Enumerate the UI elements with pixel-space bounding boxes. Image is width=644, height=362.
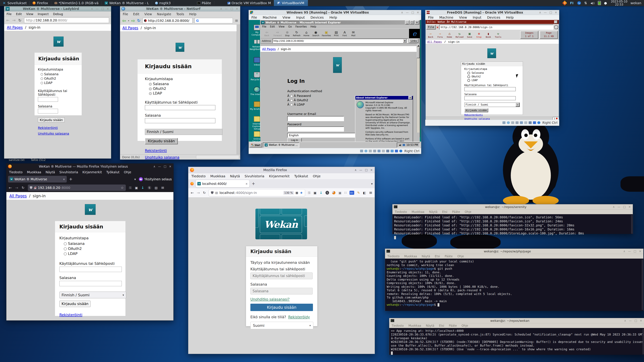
menu-muokkaa[interactable]: Muokkaa bbox=[408, 324, 421, 327]
menu-file[interactable]: File bbox=[252, 15, 257, 19]
taskbar-task-wekan[interactable]: w WeKan ® Multiverse ... bbox=[263, 142, 299, 147]
close-icon[interactable]: × bbox=[555, 11, 557, 14]
back-icon[interactable]: ⇦ bbox=[122, 18, 126, 23]
tab-list-icon[interactable]: ▾ bbox=[134, 177, 136, 181]
ie-scrollbar[interactable]: ▲ bbox=[416, 44, 420, 133]
select-dropdown-icon[interactable]: ▾ bbox=[516, 103, 520, 107]
download-icon[interactable]: ↓ bbox=[320, 191, 322, 195]
menu-tiedosto[interactable]: Tiedosto bbox=[392, 324, 404, 327]
download-icon[interactable]: ↓ bbox=[141, 186, 144, 190]
register-link[interactable]: Rekisteröinti bbox=[145, 149, 167, 153]
dillo-titlebar[interactable]: Dillo: WeKan Â® Multiverse ⊠ bbox=[426, 20, 559, 24]
menu-muokkaa[interactable]: Muokkaa bbox=[210, 174, 226, 178]
menu-help[interactable]: Help bbox=[310, 25, 316, 28]
extension-page-icon[interactable]: ▤ bbox=[155, 186, 158, 190]
reload-icon[interactable]: ↻ bbox=[203, 191, 206, 195]
url-bar[interactable]: http://192.168.0.20:8000/ bbox=[142, 18, 192, 23]
font-icon[interactable]: A bbox=[341, 30, 348, 34]
password-input[interactable] bbox=[59, 281, 122, 286]
hp-printer-icon[interactable]: hp bbox=[577, 1, 581, 5]
hamburger-icon[interactable]: ≡ bbox=[161, 185, 164, 190]
menu-etsi[interactable]: Etsi bbox=[439, 324, 444, 327]
radio-oauth2[interactable] bbox=[149, 87, 152, 90]
netsurf-titlebar[interactable]: WeKan ® Multiverse - NetSurf ∧—□× bbox=[120, 6, 240, 11]
extension-lock-icon[interactable]: ⚿ bbox=[308, 191, 310, 195]
stop-icon[interactable]: ⊗ bbox=[475, 32, 483, 36]
taskbar-item-gimp[interactable]: *[Nimetön]-1.0 (RGB-vä bbox=[51, 0, 102, 6]
forward-icon[interactable]: ⇨ bbox=[272, 30, 282, 34]
taskbar-item-firefox[interactable]: Firefox bbox=[30, 0, 51, 6]
menu-inspect[interactable]: Inspect bbox=[38, 12, 49, 16]
menu-ohje[interactable]: Ohje bbox=[457, 255, 464, 258]
links-button[interactable]: Links bbox=[409, 39, 418, 43]
taskbar-item-wekan-ladybird[interactable]: w WeKan ® Multiverse - L bbox=[102, 0, 152, 6]
menu-ohje[interactable]: Ohje bbox=[124, 170, 131, 174]
terminal-scrollbar[interactable] bbox=[631, 215, 632, 234]
shade-icon[interactable]: ∧ bbox=[613, 205, 615, 209]
menu-devices[interactable]: Devices bbox=[310, 15, 324, 19]
mail-icon[interactable]: ✉ bbox=[349, 30, 358, 34]
menu-nayta[interactable]: Näytä bbox=[46, 170, 55, 174]
terminal-output[interactable]: (use "git push" to publish your local co… bbox=[385, 259, 643, 311]
register-link[interactable]: Rekisteröinti bbox=[38, 126, 58, 130]
maximize-icon[interactable]: □ bbox=[164, 165, 166, 168]
zoom-level-badge[interactable]: 130 % bbox=[283, 191, 294, 195]
minimize-icon[interactable]: — bbox=[618, 205, 620, 209]
taskbar-item-nsgtk3[interactable]: nsgtk3 bbox=[152, 0, 174, 6]
breadcrumb-all-pages[interactable]: All Pages bbox=[262, 47, 276, 51]
hamburger-icon[interactable]: ≡ bbox=[235, 18, 238, 23]
radio-oauth2[interactable] bbox=[290, 99, 293, 102]
radio-ldap[interactable] bbox=[468, 79, 470, 82]
close-icon[interactable]: × bbox=[417, 11, 419, 14]
shade-icon[interactable]: ∧ bbox=[623, 250, 625, 253]
forward-icon[interactable]: → bbox=[197, 191, 200, 195]
forgot-password-link[interactable]: Unohtuiko salasana bbox=[38, 132, 69, 135]
reload-icon[interactable]: ↻ bbox=[18, 18, 21, 22]
tracking-shield-icon[interactable] bbox=[30, 186, 32, 189]
minimize-icon[interactable]: — bbox=[225, 7, 228, 10]
radio-salasana[interactable] bbox=[149, 83, 152, 86]
applications-menu[interactable]: ✕ Sovellukset bbox=[0, 0, 29, 6]
menu-input[interactable]: Input bbox=[296, 15, 305, 19]
menu-tiedosto[interactable]: Tiedosto bbox=[395, 210, 407, 214]
terminal-output[interactable]: => App running at: http://localhost:4000… bbox=[389, 328, 644, 355]
extension-grid-icon[interactable]: ∷ bbox=[344, 191, 346, 195]
menu-tyokalut[interactable]: Työkalut bbox=[294, 174, 308, 178]
stop-x-icon[interactable]: × bbox=[436, 25, 438, 29]
close-icon[interactable]: X bbox=[408, 96, 412, 99]
print-icon[interactable]: ▤ bbox=[332, 30, 340, 34]
battery-icon[interactable] bbox=[598, 1, 601, 5]
extension-gray-shield-icon[interactable]: ▣ bbox=[338, 191, 342, 195]
extension-s-icon[interactable]: S bbox=[326, 191, 329, 195]
tray-notifier-icon[interactable]: ✕ bbox=[562, 1, 567, 5]
forward-icon[interactable]: ⇨ bbox=[436, 32, 444, 36]
menu-kirjanmerkit[interactable]: Kirjanmerkit bbox=[269, 174, 290, 178]
menu-kirjanmerkit[interactable]: Kirjanmerkit bbox=[82, 170, 102, 174]
menu-paate[interactable]: Pääte bbox=[452, 210, 460, 214]
minimize-icon[interactable]: — bbox=[629, 319, 632, 322]
taskbar-item-virtualbox-manager[interactable]: Oracle VM VirtualBox M bbox=[224, 0, 274, 6]
menu-go[interactable]: Go bbox=[288, 25, 292, 28]
close-icon[interactable]: × bbox=[370, 168, 373, 172]
terminal-titlebar[interactable]: ›_ wekan@z: ~/repos/serenity ∧—□× bbox=[392, 204, 633, 210]
menu-tools[interactable]: Tools bbox=[176, 12, 184, 16]
minimize-icon[interactable]: — bbox=[628, 250, 631, 253]
menu-nayta[interactable]: Näytä bbox=[426, 324, 434, 327]
signin-button[interactable]: Kirjaudu sisään bbox=[250, 304, 313, 311]
menu-file[interactable]: File bbox=[6, 12, 12, 16]
close-icon[interactable]: × bbox=[639, 250, 641, 253]
login-button[interactable]: Log In bbox=[287, 138, 302, 142]
register-link[interactable]: Rekisteröinti bbox=[464, 113, 483, 116]
menu-tiedosto[interactable]: Tiedosto bbox=[388, 255, 400, 258]
menu-edit[interactable]: Edit bbox=[270, 25, 275, 28]
ffp-titlebar[interactable]: WeKan ® Multiverse — Mozilla Firefox Yks… bbox=[6, 164, 174, 169]
stop-icon[interactable]: ⊗ bbox=[284, 30, 291, 34]
menu-muokkaa[interactable]: Muokkaa bbox=[412, 210, 424, 214]
menu-view[interactable]: View bbox=[144, 12, 152, 16]
username-input[interactable] bbox=[38, 97, 58, 102]
url-field[interactable]: http://192.168.0.20:8000/sign-in bbox=[439, 25, 554, 30]
minimize-icon[interactable]: — bbox=[544, 11, 547, 14]
bookmark-star-icon[interactable]: ☆ bbox=[121, 186, 124, 190]
menu-view[interactable]: View bbox=[459, 15, 467, 19]
radio-salasana[interactable] bbox=[64, 242, 67, 245]
